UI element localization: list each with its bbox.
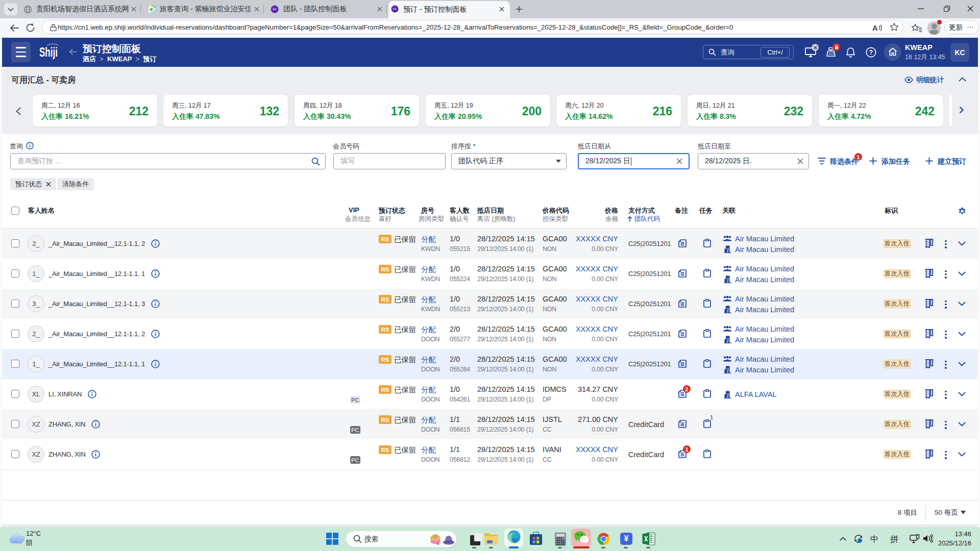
svg-text:?: ? <box>869 49 873 56</box>
svg-text:A: A <box>872 23 878 32</box>
